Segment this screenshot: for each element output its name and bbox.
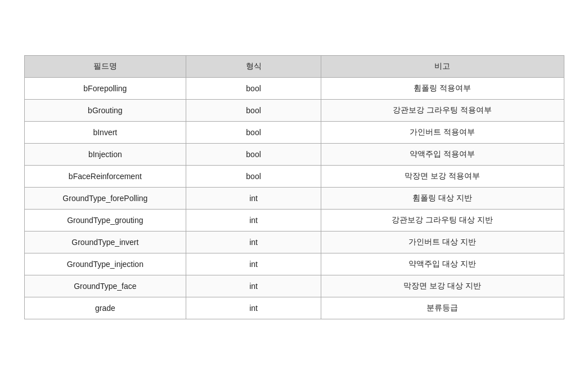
- cell-field: bInjection: [24, 143, 186, 165]
- cell-field: GroundType_injection: [24, 253, 186, 275]
- cell-field: GroundType_forePolling: [24, 187, 186, 209]
- cell-note: 휨폴링 적용여부: [321, 77, 564, 99]
- cell-field: bForepolling: [24, 77, 186, 99]
- cell-note: 분류등급: [321, 297, 564, 319]
- header-type: 형식: [186, 55, 321, 77]
- cell-field: bFaceReinforcement: [24, 165, 186, 187]
- cell-note: 약액주입 적용여부: [321, 143, 564, 165]
- table-row: bGroutingbool강관보강 그라우팅 적용여부: [24, 99, 564, 121]
- table-row: bInvertbool가인버트 적용여부: [24, 121, 564, 143]
- header-field: 필드명: [24, 55, 186, 77]
- header-note: 비고: [321, 55, 564, 77]
- cell-type: int: [186, 209, 321, 231]
- cell-field: grade: [24, 297, 186, 319]
- cell-note: 가인버트 대상 지반: [321, 231, 564, 253]
- table-row: bInjectionbool약액주입 적용여부: [24, 143, 564, 165]
- cell-field: bGrouting: [24, 99, 186, 121]
- cell-note: 막장면 보강 대상 지반: [321, 275, 564, 297]
- table-header-row: 필드명 형식 비고: [24, 55, 564, 77]
- cell-note: 막장면 보강 적용여부: [321, 165, 564, 187]
- cell-type: bool: [186, 143, 321, 165]
- cell-field: bInvert: [24, 121, 186, 143]
- table-row: bFaceReinforcementbool막장면 보강 적용여부: [24, 165, 564, 187]
- table-row: bForepollingbool휨폴링 적용여부: [24, 77, 564, 99]
- main-container: 필드명 형식 비고 bForepollingbool휨폴링 적용여부bGrout…: [24, 55, 564, 319]
- cell-note: 가인버트 적용여부: [321, 121, 564, 143]
- cell-type: int: [186, 275, 321, 297]
- data-table: 필드명 형식 비고 bForepollingbool휨폴링 적용여부bGrout…: [24, 55, 564, 319]
- cell-note: 약액주입 대상 지반: [321, 253, 564, 275]
- table-row: GroundType_invertint가인버트 대상 지반: [24, 231, 564, 253]
- table-row: GroundType_groutingint강관보강 그라우팅 대상 지반: [24, 209, 564, 231]
- table-row: gradeint분류등급: [24, 297, 564, 319]
- cell-type: int: [186, 231, 321, 253]
- cell-type: int: [186, 297, 321, 319]
- cell-note: 강관보강 그라우팅 대상 지반: [321, 209, 564, 231]
- cell-type: bool: [186, 99, 321, 121]
- cell-note: 강관보강 그라우팅 적용여부: [321, 99, 564, 121]
- table-row: GroundType_injectionint약액주입 대상 지반: [24, 253, 564, 275]
- cell-type: bool: [186, 121, 321, 143]
- cell-field: GroundType_invert: [24, 231, 186, 253]
- cell-type: int: [186, 187, 321, 209]
- table-row: GroundType_faceint막장면 보강 대상 지반: [24, 275, 564, 297]
- cell-type: bool: [186, 165, 321, 187]
- cell-field: GroundType_grouting: [24, 209, 186, 231]
- cell-type: bool: [186, 77, 321, 99]
- cell-type: int: [186, 253, 321, 275]
- table-row: GroundType_forePollingint휨폴링 대상 지반: [24, 187, 564, 209]
- cell-note: 휨폴링 대상 지반: [321, 187, 564, 209]
- cell-field: GroundType_face: [24, 275, 186, 297]
